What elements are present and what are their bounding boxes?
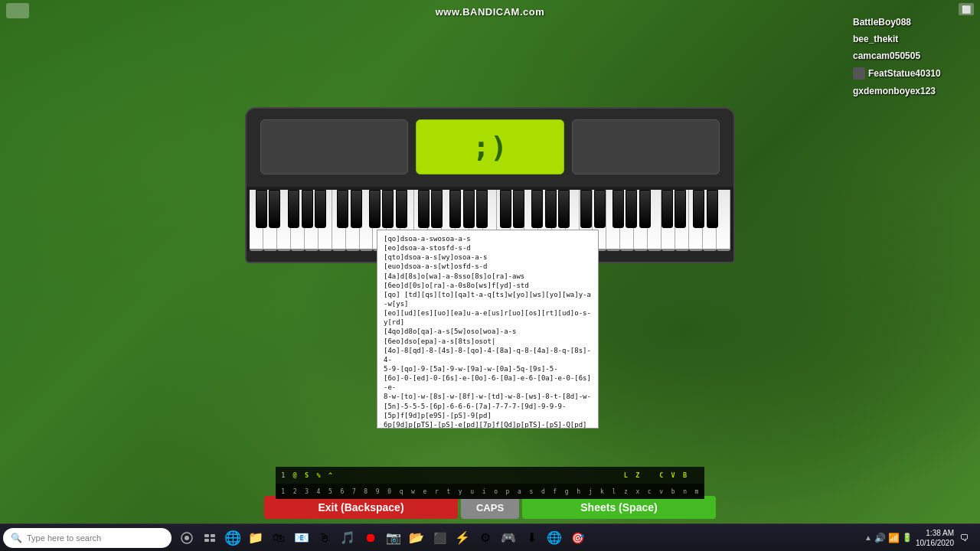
taskbar-right: ▲ 🔊 📶 🔋 1:38 AM 10/16/2020 🗨 <box>864 528 977 548</box>
black-key-11[interactable] <box>418 190 430 228</box>
black-key-22[interactable] <box>594 190 606 228</box>
black-key-9[interactable] <box>382 190 394 228</box>
black-key-19[interactable] <box>545 190 557 228</box>
kb-top-B: B <box>679 471 691 479</box>
black-key-18[interactable] <box>531 190 543 228</box>
kb-num-z: z <box>620 488 632 495</box>
taskbar-settings-icon[interactable]: ⚙ <box>475 527 496 549</box>
white-key-35[interactable] <box>717 190 730 251</box>
keyboard-bottom-labels: 1 2 3 4 5 6 7 8 9 0 q w e r t y u i o p … <box>276 484 704 499</box>
taskbar-edge-icon[interactable]: 🌐 <box>222 527 243 549</box>
taskbar-power-icon[interactable]: ⚡ <box>452 527 473 549</box>
black-key-2[interactable] <box>269 190 280 228</box>
chat-user-3: camcam050505 <box>850 49 972 63</box>
taskbar-cortana-icon[interactable] <box>176 527 198 549</box>
black-key-12[interactable] <box>431 190 443 228</box>
chat-user-4: FeatStatue40310 <box>850 66 972 81</box>
taskbar-search[interactable]: 🔍 Type here to search <box>3 528 172 548</box>
black-key-15[interactable] <box>476 190 488 228</box>
taskbar: 🔍 Type here to search 🌐 📁 🛍 📧 🖱 🎵 ⏺ 📷 📂 … <box>0 523 980 551</box>
taskbar-icons: 🌐 📁 🛍 📧 🖱 🎵 ⏺ 📷 📂 ⬛ ⚡ ⚙ 🎮 ⬇ 🌐 🎯 <box>176 527 588 549</box>
taskbar-taskview-icon[interactable] <box>199 527 220 549</box>
taskbar-record-icon[interactable]: ⏺ <box>360 527 381 549</box>
taskbar-music-icon[interactable]: 🎵 <box>337 527 358 549</box>
black-key-6[interactable] <box>337 190 348 228</box>
kb-num-f: f <box>549 488 560 495</box>
svg-point-1 <box>185 536 189 540</box>
kb-top-S: S <box>301 471 312 479</box>
kb-num-t: t <box>443 488 454 495</box>
taskbar-folder-icon[interactable]: 📂 <box>406 527 427 549</box>
black-key-1[interactable] <box>256 190 267 228</box>
bottom-buttons: Exit (Backspace) CAPS Sheets (Space) <box>264 496 716 519</box>
black-key-3[interactable] <box>288 190 299 228</box>
kb-top-pct: % <box>312 471 324 479</box>
kb-num-l: l <box>608 488 619 495</box>
black-key-8[interactable] <box>369 190 381 228</box>
black-key-23[interactable] <box>612 190 624 228</box>
kb-num-w: w <box>407 488 419 495</box>
black-key-7[interactable] <box>351 190 362 228</box>
kb-num-h: h <box>573 488 584 495</box>
black-key-10[interactable] <box>396 190 407 228</box>
tray-arrow[interactable]: ▲ <box>864 533 872 542</box>
kb-num-r: r <box>431 488 443 495</box>
black-key-16[interactable] <box>500 190 511 228</box>
black-key-21[interactable] <box>580 190 592 228</box>
black-key-25[interactable] <box>639 190 651 228</box>
kb-num-6: 6 <box>336 488 348 495</box>
clock-time: 1:38 AM <box>916 528 954 538</box>
taskbar-files-icon[interactable]: 📁 <box>245 527 266 549</box>
exit-button[interactable]: Exit (Backspace) <box>264 496 458 519</box>
black-key-20[interactable] <box>558 190 570 228</box>
kb-num-1: 1 <box>277 488 289 495</box>
caps-button[interactable]: CAPS <box>461 496 519 519</box>
black-key-17[interactable] <box>513 190 524 228</box>
bandicam-watermark: www.BANDICAM.com <box>436 6 545 18</box>
taskbar-store-icon[interactable]: 🛍 <box>268 527 289 549</box>
taskbar-game-icon[interactable]: 🎮 <box>498 527 519 549</box>
black-key-26[interactable] <box>662 190 673 228</box>
tray-volume[interactable]: 📶 <box>888 533 900 543</box>
kb-num-d: d <box>537 488 549 495</box>
black-key-24[interactable] <box>626 190 637 228</box>
black-key-27[interactable] <box>675 190 686 228</box>
taskbar-screenshot-icon[interactable]: 📷 <box>383 527 404 549</box>
kb-num-o: o <box>490 488 501 495</box>
kb-num-5: 5 <box>325 488 336 495</box>
black-key-29[interactable] <box>707 190 718 228</box>
system-clock[interactable]: 1:38 AM 10/16/2020 <box>916 528 954 548</box>
taskbar-network-icon[interactable]: 🌐 <box>544 527 565 549</box>
kb-num-k: k <box>596 488 608 495</box>
black-key-28[interactable] <box>693 190 704 228</box>
keyboard-labels-outer: 1 @ S % ^ L Z C V B 1 <box>276 467 704 499</box>
kb-num-8: 8 <box>360 488 371 495</box>
tray-network[interactable]: 🔊 <box>874 533 886 543</box>
sheet-panel[interactable]: [qo]dsoa-a-swosoa-a-s [eo]dsoa-a-stosfd-… <box>377 230 599 429</box>
chat-user-5: gxdemonboyex123 <box>850 84 972 98</box>
sheets-button[interactable]: Sheets (Space) <box>522 496 716 519</box>
black-key-13[interactable] <box>449 190 461 228</box>
chat-user-2: bee_thekit <box>850 32 972 46</box>
taskbar-gpu-icon[interactable]: ⬛ <box>429 527 450 549</box>
taskbar-mail-icon[interactable]: 📧 <box>291 527 312 549</box>
piano-screen-left <box>260 119 408 174</box>
kb-num-x: x <box>632 488 643 495</box>
kb-num-9: 9 <box>372 488 384 495</box>
piano-screen-right <box>572 119 720 174</box>
top-right-button[interactable]: ⬜ <box>959 3 974 15</box>
taskbar-cursor-icon[interactable]: 🖱 <box>314 527 335 549</box>
black-key-14[interactable] <box>463 190 475 228</box>
taskbar-roblox-icon[interactable]: 🎯 <box>567 527 588 549</box>
kb-num-s: s <box>525 488 537 495</box>
kb-top-1: 1 <box>277 471 289 479</box>
black-key-5[interactable] <box>315 190 326 228</box>
tray-battery[interactable]: 🔋 <box>902 533 913 543</box>
system-tray: ▲ 🔊 📶 🔋 <box>864 533 913 543</box>
kb-num-a: a <box>514 488 525 495</box>
notification-button[interactable]: 🗨 <box>957 530 972 546</box>
kb-top-C: C <box>655 471 667 479</box>
taskbar-download-icon[interactable]: ⬇ <box>521 527 542 549</box>
black-key-4[interactable] <box>302 190 313 228</box>
piano-top-section: ;) <box>247 109 733 187</box>
